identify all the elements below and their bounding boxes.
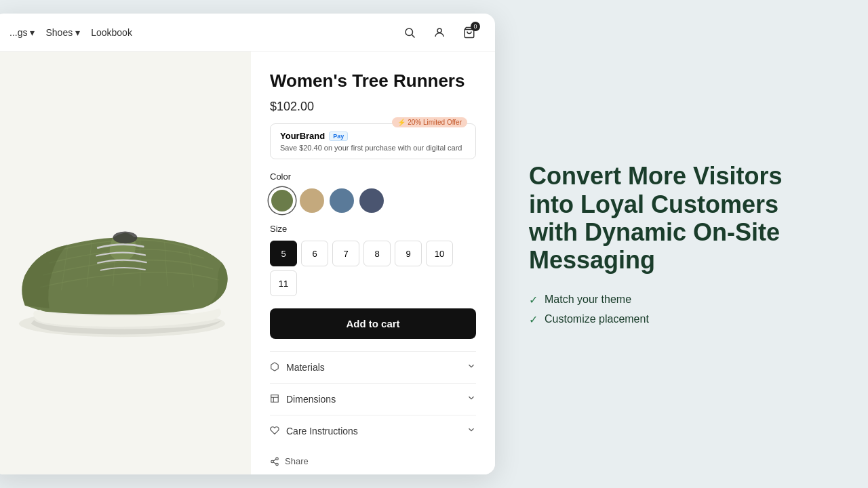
shoe-container (0, 52, 251, 474)
chevron-down-icon: ▾ (30, 27, 35, 38)
marketing-panel: Convert More Visitors into Loyal Custome… (495, 135, 841, 353)
marketing-features: ✓ Match your theme ✓ Customize placement (529, 293, 807, 326)
color-swatch-tan[interactable] (300, 188, 324, 213)
color-swatches (270, 188, 476, 213)
size-label: Size (270, 224, 476, 234)
size-btn-10[interactable]: 10 (426, 241, 453, 266)
feature-label-1: Match your theme (545, 293, 631, 306)
dimensions-icon (270, 394, 279, 405)
nav-lookbook-label: Lookbook (91, 27, 132, 38)
nav-item-lookbook[interactable]: Lookbook (91, 27, 132, 38)
svg-point-8 (276, 463, 279, 466)
accordion-dimensions-label: Dimensions (286, 394, 336, 405)
search-button[interactable] (400, 23, 419, 42)
svg-line-9 (273, 462, 276, 464)
promo-banner: ⚡ 20% Limited Offer YourBrand Pay Save $… (270, 123, 476, 159)
promo-description: Save $20.40 on your first purchase with … (280, 144, 466, 152)
care-icon (270, 426, 279, 437)
accordion-care-label: Care Instructions (286, 426, 358, 436)
promo-brand-row: YourBrand Pay (280, 131, 466, 141)
accordion-care[interactable]: Care Instructions (270, 415, 476, 447)
nav-left: ...gs ▾ Shoes ▾ Lookbook (9, 27, 132, 38)
pay-badge: Pay (329, 131, 348, 141)
accordion-chevron-materials (467, 361, 476, 373)
nav-shoes-label: Shoes (45, 27, 73, 38)
nav-bags-label: ...gs (9, 27, 27, 38)
browser-card: ...gs ▾ Shoes ▾ Lookbook (0, 14, 495, 474)
size-btn-7[interactable]: 7 (332, 241, 359, 266)
svg-line-1 (412, 35, 414, 37)
chevron-down-icon: ▾ (75, 27, 80, 38)
account-button[interactable] (430, 23, 449, 42)
product-price: $102.00 (270, 100, 476, 114)
accordion-chevron-care (467, 425, 476, 437)
marketing-feature-2: ✓ Customize placement (529, 313, 807, 326)
check-icon-1: ✓ (529, 293, 538, 306)
svg-point-2 (437, 28, 441, 33)
marketing-headline: Convert More Visitors into Loyal Custome… (529, 162, 807, 274)
svg-point-5 (113, 231, 138, 243)
svg-point-6 (276, 458, 279, 460)
materials-icon (270, 362, 279, 373)
share-label: Share (285, 456, 309, 466)
svg-point-7 (271, 460, 274, 463)
size-btn-11[interactable]: 11 (270, 270, 297, 296)
accordion-chevron-dimensions (467, 393, 476, 405)
marketing-feature-1: ✓ Match your theme (529, 293, 807, 306)
size-btn-5[interactable]: 5 (270, 241, 297, 266)
account-icon (433, 26, 446, 39)
main-wrapper: ...gs ▾ Shoes ▾ Lookbook (0, 0, 868, 488)
product-area: Women's Tree Runners $102.00 ⚡ 20% Limit… (0, 52, 495, 474)
svg-line-10 (273, 459, 276, 460)
promo-brand-name: YourBrand (280, 131, 325, 141)
color-label: Color (270, 171, 476, 182)
color-swatch-olive[interactable] (270, 188, 294, 213)
cart-badge: 0 (471, 22, 480, 31)
size-btn-6[interactable]: 6 (301, 241, 328, 266)
product-image (7, 175, 237, 351)
accordion-materials-label: Materials (286, 362, 325, 373)
nav-bar: ...gs ▾ Shoes ▾ Lookbook (0, 14, 495, 52)
nav-item-shoes[interactable]: Shoes ▾ (45, 27, 80, 38)
share-row[interactable]: Share (270, 447, 476, 466)
svg-point-0 (406, 28, 413, 36)
cart-button[interactable]: 0 (460, 23, 479, 42)
product-title: Women's Tree Runners (270, 70, 476, 92)
image-panel (0, 52, 251, 474)
size-btn-8[interactable]: 8 (363, 241, 391, 266)
nav-icons: 0 (400, 23, 479, 42)
accordion-materials[interactable]: Materials (270, 351, 476, 383)
size-btn-9[interactable]: 9 (395, 241, 422, 266)
check-icon-2: ✓ (529, 313, 538, 326)
nav-item-bags[interactable]: ...gs ▾ (9, 27, 35, 38)
search-icon (403, 26, 416, 39)
accordion-dimensions[interactable]: Dimensions (270, 383, 476, 415)
color-swatch-navy[interactable] (359, 188, 384, 213)
share-icon (270, 457, 279, 466)
details-panel: Women's Tree Runners $102.00 ⚡ 20% Limit… (251, 52, 495, 474)
promo-badge: ⚡ 20% Limited Offer (392, 117, 467, 127)
size-grid: 5 6 7 8 9 10 11 (270, 241, 476, 296)
color-swatch-steel-blue[interactable] (330, 188, 354, 213)
add-to-cart-button[interactable]: Add to cart (270, 308, 476, 339)
feature-label-2: Customize placement (545, 313, 649, 325)
